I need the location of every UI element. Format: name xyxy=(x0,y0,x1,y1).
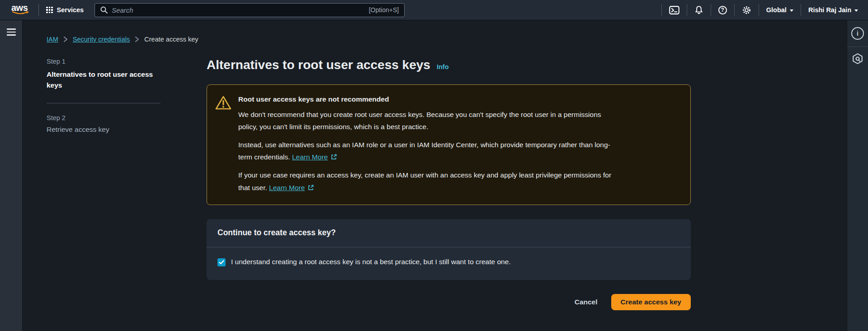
warning-paragraph-3: If your use case requires an access key,… xyxy=(238,169,611,193)
services-menu-button[interactable]: Services xyxy=(46,6,84,14)
right-tools-rail: i xyxy=(847,20,868,331)
main-content: IAM Security credentials Create access k… xyxy=(23,20,847,331)
amazon-q-button[interactable] xyxy=(852,53,863,65)
chevron-down-icon xyxy=(790,9,793,12)
region-label: Global xyxy=(766,6,787,14)
services-label: Services xyxy=(57,6,84,14)
help-icon: ? xyxy=(718,6,727,14)
global-search-box[interactable]: [Option+S] xyxy=(94,3,405,17)
external-link-icon xyxy=(307,184,314,191)
checkmark-icon xyxy=(219,260,224,265)
continue-card-title: Continue to create access key? xyxy=(207,219,691,247)
info-link[interactable]: Info xyxy=(437,63,449,70)
root-key-warning-alert: Root user access keys are not recommende… xyxy=(207,84,691,205)
page-title: Alternatives to root user access keys xyxy=(207,58,430,72)
create-access-key-button[interactable]: Create access key xyxy=(611,294,691,310)
info-panel-icon[interactable]: i xyxy=(851,27,864,40)
continue-card: Continue to create access key? I underst… xyxy=(207,219,691,280)
settings-button[interactable] xyxy=(735,0,759,20)
warning-title: Root user access keys are not recommende… xyxy=(238,94,611,104)
learn-more-link-iam-user[interactable]: Learn More xyxy=(269,182,314,194)
breadcrumb-iam-link[interactable]: IAM xyxy=(47,36,58,43)
breadcrumb-current-page: Create access key xyxy=(144,36,198,43)
search-icon xyxy=(100,6,108,14)
step2-label: Step 2 xyxy=(47,114,160,121)
warning-triangle-icon xyxy=(215,95,231,110)
left-navigation-rail xyxy=(0,20,23,331)
user-name: Rishi Raj Jain xyxy=(808,6,851,14)
region-selector[interactable]: Global xyxy=(759,0,801,20)
cloudshell-button[interactable] xyxy=(662,0,687,20)
warning-paragraph-2: Instead, use alternatives such as an IAM… xyxy=(238,139,611,163)
help-button[interactable]: ? xyxy=(711,0,734,20)
step2-title: Retrieve access key xyxy=(47,126,160,134)
breadcrumb: IAM Security credentials Create access k… xyxy=(47,36,847,43)
step1-label: Step 1 xyxy=(47,58,160,65)
bell-icon xyxy=(694,5,703,15)
services-grid-icon xyxy=(46,7,53,14)
top-navigation-bar: aws Services [Option+S] xyxy=(0,0,868,20)
acknowledge-checkbox[interactable] xyxy=(217,258,226,266)
cancel-button[interactable]: Cancel xyxy=(575,298,598,306)
cloudshell-terminal-icon xyxy=(669,6,679,14)
step1-title: Alternatives to root user access keys xyxy=(47,69,160,103)
breadcrumb-chevron-icon xyxy=(135,36,139,42)
topbar-divider xyxy=(38,4,39,16)
warning-paragraph-1: We don't recommend that you create root … xyxy=(238,108,611,133)
acknowledge-checkbox-label[interactable]: I understand creating a root access key … xyxy=(231,258,511,266)
breadcrumb-chevron-icon xyxy=(63,36,68,42)
learn-more-link-alternatives[interactable]: Learn More xyxy=(292,151,337,163)
gear-icon xyxy=(742,5,751,15)
amazon-q-hexagon-icon xyxy=(852,53,863,65)
search-shortcut-hint: [Option+S] xyxy=(369,6,399,14)
wizard-steps-panel: Step 1 Alternatives to root user access … xyxy=(47,58,160,310)
external-link-icon xyxy=(330,154,337,160)
topbar-right-controls: ? Global Rishi Raj Jain xyxy=(661,0,868,20)
wizard-main-column: Alternatives to root user access keys In… xyxy=(207,58,691,310)
rail-divider xyxy=(847,47,868,47)
aws-logo[interactable]: aws xyxy=(11,3,31,17)
chevron-down-icon xyxy=(854,9,858,12)
search-input[interactable] xyxy=(112,6,364,14)
app-frame: IAM Security credentials Create access k… xyxy=(0,20,868,331)
notifications-button[interactable] xyxy=(687,0,711,20)
wizard-actions: Cancel Create access key xyxy=(207,294,691,310)
hamburger-menu-icon[interactable] xyxy=(7,28,16,36)
breadcrumb-security-credentials-link[interactable]: Security credentials xyxy=(73,36,130,43)
aws-smile-icon xyxy=(12,11,30,15)
account-menu[interactable]: Rishi Raj Jain xyxy=(801,0,858,20)
